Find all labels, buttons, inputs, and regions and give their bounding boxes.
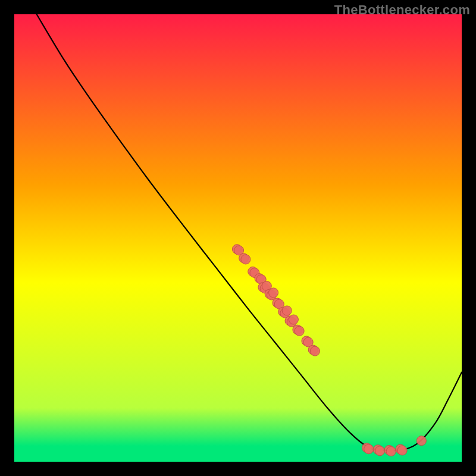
heat-gradient (14, 14, 462, 462)
plot-area (14, 14, 462, 462)
data-point (375, 446, 384, 456)
data-point (241, 255, 250, 264)
data-point (397, 446, 407, 455)
data-point (282, 306, 292, 315)
data-point (416, 436, 426, 446)
data-point (386, 447, 396, 456)
data-point (269, 288, 278, 298)
data-point (364, 444, 374, 454)
data-point (289, 315, 298, 324)
data-point (295, 326, 304, 336)
bottleneck-chart (14, 14, 462, 462)
chart-stage: TheBottlenecker.com (0, 0, 476, 476)
data-point (310, 346, 320, 356)
